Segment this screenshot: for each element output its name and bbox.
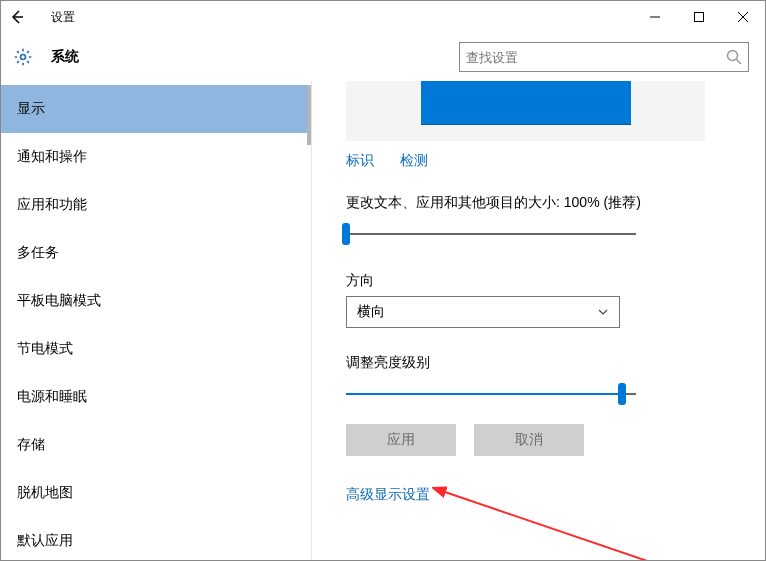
minimize-button[interactable] xyxy=(633,1,677,33)
detect-link[interactable]: 检测 xyxy=(400,152,428,168)
back-button[interactable] xyxy=(1,1,33,33)
sidebar-item-battery[interactable]: 节电模式 xyxy=(1,325,311,373)
chevron-down-icon xyxy=(597,306,609,318)
close-button[interactable] xyxy=(721,1,765,33)
sidebar-item-label: 应用和功能 xyxy=(17,196,87,214)
sidebar-item-tablet[interactable]: 平板电脑模式 xyxy=(1,277,311,325)
search-box[interactable] xyxy=(459,42,749,72)
sidebar-item-label: 默认应用 xyxy=(17,532,73,550)
scale-slider[interactable] xyxy=(346,222,636,246)
sidebar-item-label: 通知和操作 xyxy=(17,148,87,166)
sidebar-item-apps[interactable]: 应用和功能 xyxy=(1,181,311,229)
close-icon xyxy=(737,11,749,23)
sidebar-item-label: 电源和睡眠 xyxy=(17,388,87,406)
sidebar-item-multitask[interactable]: 多任务 xyxy=(1,229,311,277)
slider-thumb-icon xyxy=(342,223,350,245)
orientation-label: 方向 xyxy=(346,272,735,290)
arrow-left-icon xyxy=(9,9,25,25)
slider-thumb-icon xyxy=(618,383,626,405)
svg-rect-0 xyxy=(695,13,704,22)
identify-link[interactable]: 标识 xyxy=(346,152,374,168)
maximize-button[interactable] xyxy=(677,1,721,33)
display-preview xyxy=(346,81,705,141)
scale-label: 更改文本、应用和其他项目的大小: 100% (推荐) xyxy=(346,194,735,212)
sidebar-item-storage[interactable]: 存储 xyxy=(1,421,311,469)
button-label: 应用 xyxy=(387,431,415,449)
content: 标识 检测 更改文本、应用和其他项目的大小: 100% (推荐) 方向 横向 调… xyxy=(311,81,765,560)
sidebar-item-notifications[interactable]: 通知和操作 xyxy=(1,133,311,181)
display-monitor-tile[interactable] xyxy=(421,81,631,125)
apply-button[interactable]: 应用 xyxy=(346,424,456,456)
display-actions: 标识 检测 xyxy=(346,151,735,170)
titlebar: 设置 xyxy=(1,1,765,33)
sidebar-item-maps[interactable]: 脱机地图 xyxy=(1,469,311,517)
window-controls xyxy=(633,1,765,33)
svg-point-1 xyxy=(21,55,26,60)
maximize-icon xyxy=(693,11,705,23)
button-label: 取消 xyxy=(515,431,543,449)
sidebar-item-label: 平板电脑模式 xyxy=(17,292,101,310)
sidebar-item-display[interactable]: 显示 xyxy=(1,85,311,133)
orientation-select[interactable]: 横向 xyxy=(346,296,620,328)
sidebar-item-default-apps[interactable]: 默认应用 xyxy=(1,517,311,560)
sidebar-item-power[interactable]: 电源和睡眠 xyxy=(1,373,311,421)
orientation-value: 横向 xyxy=(357,303,385,321)
sidebar-item-label: 多任务 xyxy=(17,244,59,262)
sidebar-item-label: 节电模式 xyxy=(17,340,73,358)
page-title: 系统 xyxy=(51,48,79,66)
sidebar-item-label: 存储 xyxy=(17,436,45,454)
header: 系统 xyxy=(1,33,765,81)
search-input[interactable] xyxy=(466,50,726,65)
gear-icon xyxy=(13,47,33,67)
sidebar-item-label: 显示 xyxy=(17,100,45,118)
cancel-button[interactable]: 取消 xyxy=(474,424,584,456)
apply-cancel-row: 应用 取消 xyxy=(346,424,735,456)
svg-point-2 xyxy=(728,51,738,61)
brightness-label: 调整亮度级别 xyxy=(346,354,735,372)
search-icon xyxy=(726,49,742,65)
sidebar-item-label: 脱机地图 xyxy=(17,484,73,502)
minimize-icon xyxy=(649,11,661,23)
window-title: 设置 xyxy=(51,9,75,26)
sidebar: 显示 通知和操作 应用和功能 多任务 平板电脑模式 节电模式 电源和睡眠 存储 … xyxy=(1,81,311,560)
brightness-slider[interactable] xyxy=(346,382,636,406)
advanced-display-link[interactable]: 高级显示设置 xyxy=(346,486,430,504)
